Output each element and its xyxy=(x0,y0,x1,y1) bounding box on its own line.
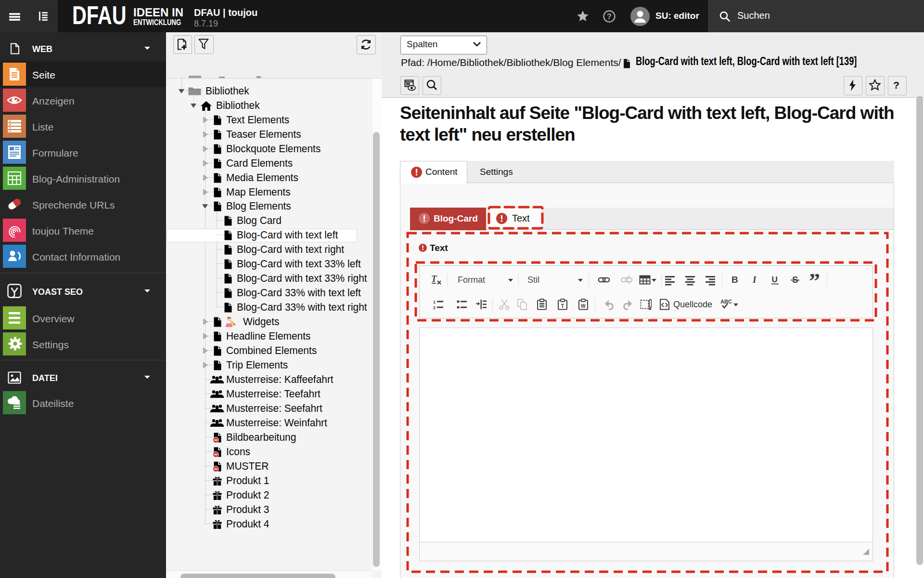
svg-text:”: ” xyxy=(809,274,820,286)
svg-text:T: T xyxy=(431,274,437,284)
svg-text:W: W xyxy=(581,303,586,309)
svg-text:?: ? xyxy=(607,13,612,21)
svg-text:B: B xyxy=(732,275,738,285)
svg-text:U: U xyxy=(772,275,778,284)
svg-text:T: T xyxy=(561,303,565,309)
svg-text:1: 1 xyxy=(433,300,436,304)
svg-text:2: 2 xyxy=(433,305,436,310)
svg-text:I: I xyxy=(752,275,757,285)
svg-text:S: S xyxy=(792,275,798,285)
